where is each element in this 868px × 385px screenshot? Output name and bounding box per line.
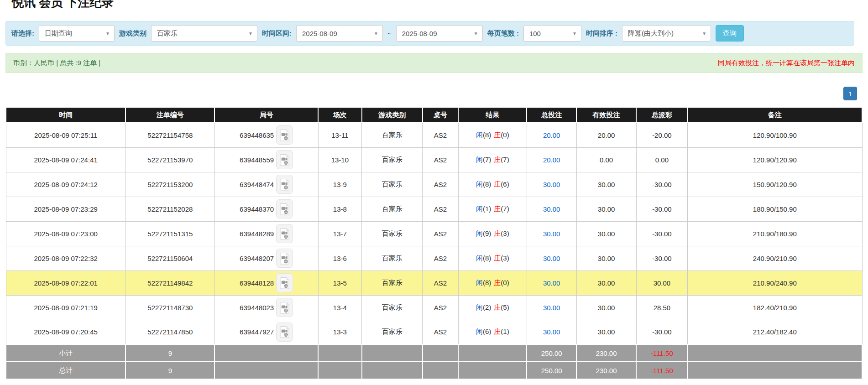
valid-bet-note: 同局有效投注，统一计算在该局第一张注单内 xyxy=(718,59,855,68)
video-replay-button[interactable] xyxy=(276,249,293,268)
pagination: 1 xyxy=(0,87,857,100)
column-header: 局号 xyxy=(214,107,318,123)
date-from-value: 2025-08-09 xyxy=(302,30,337,37)
summary-empty-round xyxy=(214,362,318,379)
query-mode-select[interactable]: 日期查询 ▼ xyxy=(39,25,115,42)
total-bet-link[interactable]: 30.00 xyxy=(543,328,560,336)
round-wrap: 639448370 xyxy=(240,199,293,219)
cell-payout: -30.00 xyxy=(636,246,687,271)
cell-session: 13-7 xyxy=(318,221,362,246)
cell-bet-id: 522721153200 xyxy=(125,172,214,197)
video-replay-button[interactable] xyxy=(276,199,293,219)
time-range-label: 时间区间: xyxy=(262,29,292,38)
cell-remark: 120.90/100.90 xyxy=(688,123,862,147)
video-replay-button[interactable] xyxy=(276,323,293,342)
search-button[interactable]: 查询 xyxy=(716,25,744,42)
cell-total-bet: 30.00 xyxy=(527,295,576,320)
summary-count: 9 xyxy=(125,344,214,362)
table-body: 2025-08-09 07:25:11 522721154758 6394486… xyxy=(6,123,862,379)
column-header: 注单编号 xyxy=(125,107,214,123)
cell-remark: 210.90/180.90 xyxy=(688,221,862,246)
date-range-separator: ~ xyxy=(387,30,392,37)
result-player-label: 闲 xyxy=(476,205,483,213)
chevron-down-icon: ▼ xyxy=(702,31,706,36)
result-player-label: 闲 xyxy=(476,303,483,311)
time-sort-label: 时间排序 : xyxy=(586,29,617,38)
result-banker-value: (1) xyxy=(501,328,509,335)
cell-time: 2025-08-09 07:24:41 xyxy=(6,147,125,172)
result-player-label: 闲 xyxy=(476,328,483,335)
date-to-select[interactable]: 2025-08-09 ▼ xyxy=(396,25,483,42)
cell-remark: 182.40/210.90 xyxy=(688,295,862,320)
summary-total-bet: 250.00 xyxy=(527,362,576,379)
cell-game-type: 百家乐 xyxy=(362,221,423,246)
round-number: 639447927 xyxy=(240,328,274,336)
column-header: 结果 xyxy=(458,107,527,123)
total-bet-link[interactable]: 30.00 xyxy=(543,255,560,262)
round-wrap: 639448559 xyxy=(240,150,293,169)
video-replay-button[interactable] xyxy=(276,125,293,145)
result-player-value: (8) xyxy=(483,279,491,286)
game-type-select[interactable]: 百家乐 ▼ xyxy=(151,25,257,42)
time-sort-select[interactable]: 降冪(由大到小) ▼ xyxy=(622,25,711,42)
cell-valid-bet: 20.00 xyxy=(576,123,636,147)
total-bet-link[interactable]: 30.00 xyxy=(543,304,560,312)
result-player-value: (8) xyxy=(483,254,491,262)
video-replay-button[interactable] xyxy=(276,224,293,243)
cell-remark: 120.90/120.90 xyxy=(688,147,862,172)
round-wrap: 639448474 xyxy=(240,175,293,194)
column-header: 游戏类别 xyxy=(362,107,423,123)
cell-bet-id: 522721149842 xyxy=(125,271,214,295)
page-button-1[interactable]: 1 xyxy=(843,87,857,100)
cell-session: 13-8 xyxy=(318,197,362,221)
summary-total-bet: 250.00 xyxy=(527,344,576,362)
total-bet-link[interactable]: 30.00 xyxy=(543,230,560,238)
date-from-select[interactable]: 2025-08-09 ▼ xyxy=(296,25,383,42)
table-row: 2025-08-09 07:24:41 522721153970 6394485… xyxy=(6,147,862,172)
page-size-select[interactable]: 100 ▼ xyxy=(523,25,581,42)
cell-valid-bet: 30.00 xyxy=(576,221,636,246)
summary-empty-game xyxy=(362,362,423,379)
page-title: 悦讯 会员 下注纪录 xyxy=(12,0,868,9)
cell-bet-id: 522721150604 xyxy=(125,246,214,271)
summary-row: 小计 9 250.00 230.00 -111.50 xyxy=(6,344,862,362)
cell-result: 闲(1)庄(7) xyxy=(458,197,527,221)
video-replay-icon xyxy=(280,203,290,215)
total-bet-link[interactable]: 20.00 xyxy=(543,131,560,139)
cell-result: 闲(8)庄(6) xyxy=(458,172,527,197)
query-mode-value: 日期查询 xyxy=(45,29,72,38)
cell-round: 639448635 xyxy=(214,123,318,147)
column-header: 时间 xyxy=(6,107,125,123)
video-replay-icon xyxy=(280,326,290,338)
total-bet-link[interactable]: 30.00 xyxy=(543,205,560,213)
query-mode-label: 请选择: xyxy=(11,29,34,38)
cell-session: 13-10 xyxy=(318,147,362,172)
cell-round: 639448128 xyxy=(214,271,318,295)
cell-table-no: AS2 xyxy=(423,197,459,221)
cell-table-no: AS2 xyxy=(423,123,459,147)
cell-time: 2025-08-09 07:23:00 xyxy=(6,221,125,246)
video-replay-button[interactable] xyxy=(276,298,293,317)
game-type-label: 游戏类别 xyxy=(119,29,146,38)
total-bet-link[interactable]: 30.00 xyxy=(543,181,560,188)
column-header: 总派彩 xyxy=(636,107,687,123)
video-replay-button[interactable] xyxy=(276,150,293,169)
result-banker-value: (0) xyxy=(501,279,509,286)
chevron-down-icon: ▼ xyxy=(474,31,478,36)
column-header: 有效投注 xyxy=(576,107,636,123)
total-bet-link[interactable]: 20.00 xyxy=(543,156,560,164)
total-bet-link[interactable]: 30.00 xyxy=(543,279,560,287)
cell-payout: 28.50 xyxy=(636,295,687,320)
cell-valid-bet: 0.00 xyxy=(576,147,636,172)
result-player-value: (9) xyxy=(483,229,491,237)
cell-bet-id: 522721152028 xyxy=(125,197,214,221)
video-replay-button[interactable] xyxy=(276,273,293,292)
cell-time: 2025-08-09 07:20:45 xyxy=(6,320,125,344)
cell-round: 639448289 xyxy=(214,221,318,246)
summary-payout: -111.50 xyxy=(636,362,687,379)
video-replay-button[interactable] xyxy=(276,175,293,194)
result-banker-value: (7) xyxy=(501,156,509,163)
result-banker-label: 庄 xyxy=(494,279,501,286)
cell-session: 13-3 xyxy=(318,320,362,344)
result-player-label: 闲 xyxy=(476,180,483,188)
